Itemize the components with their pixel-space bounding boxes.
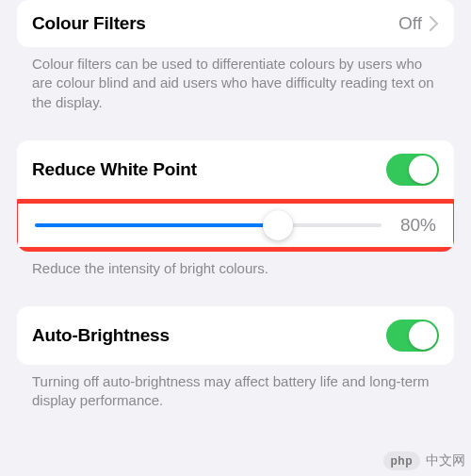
auto-brightness-toggle[interactable] xyxy=(386,320,439,352)
reduce-white-point-label: Reduce White Point xyxy=(32,159,386,180)
reduce-white-point-slider[interactable] xyxy=(35,223,382,227)
auto-brightness-row: Auto-Brightness xyxy=(17,306,454,365)
chevron-right-icon xyxy=(430,16,439,31)
auto-brightness-help: Turning off auto-brightness may affect b… xyxy=(17,365,454,411)
colour-filters-label: Colour Filters xyxy=(32,13,398,34)
reduce-white-point-slider-highlight: 80% xyxy=(17,199,454,252)
reduce-white-point-row: Reduce White Point xyxy=(17,140,454,199)
colour-filters-help: Colour filters can be used to differenti… xyxy=(17,47,454,112)
watermark: php 中文网 xyxy=(383,451,466,470)
watermark-pill: php xyxy=(383,451,421,470)
slider-thumb[interactable] xyxy=(263,210,293,240)
toggle-knob xyxy=(409,156,437,184)
colour-filters-row[interactable]: Colour Filters Off xyxy=(17,0,454,47)
colour-filters-value: Off xyxy=(398,13,422,34)
reduce-white-point-slider-value: 80% xyxy=(400,215,436,236)
watermark-text: 中文网 xyxy=(426,452,465,469)
slider-fill xyxy=(35,223,278,227)
toggle-knob xyxy=(409,321,437,350)
auto-brightness-card: Auto-Brightness xyxy=(17,306,454,365)
auto-brightness-label: Auto-Brightness xyxy=(32,325,386,346)
reduce-white-point-toggle[interactable] xyxy=(386,154,439,186)
reduce-white-point-help: Reduce the intensity of bright colours. xyxy=(17,252,454,278)
reduce-white-point-card: Reduce White Point 80% xyxy=(17,140,454,252)
